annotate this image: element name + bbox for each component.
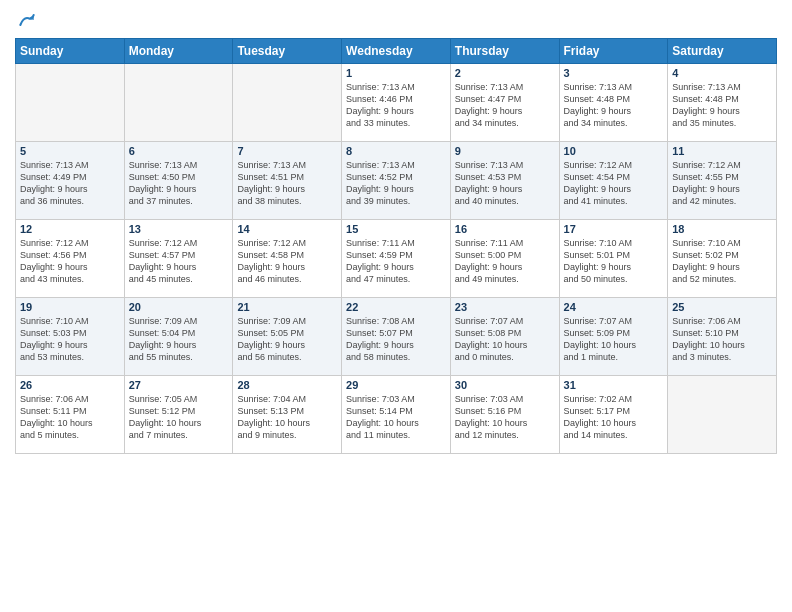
day-number: 16 xyxy=(455,223,555,235)
day-number: 5 xyxy=(20,145,120,157)
day-number: 15 xyxy=(346,223,446,235)
day-info: Sunrise: 7:11 AM Sunset: 5:00 PM Dayligh… xyxy=(455,237,555,286)
calendar-cell: 12Sunrise: 7:12 AM Sunset: 4:56 PM Dayli… xyxy=(16,220,125,298)
day-number: 18 xyxy=(672,223,772,235)
week-row-4: 19Sunrise: 7:10 AM Sunset: 5:03 PM Dayli… xyxy=(16,298,777,376)
day-number: 6 xyxy=(129,145,229,157)
calendar-cell: 26Sunrise: 7:06 AM Sunset: 5:11 PM Dayli… xyxy=(16,376,125,454)
weekday-header-saturday: Saturday xyxy=(668,39,777,64)
day-info: Sunrise: 7:11 AM Sunset: 4:59 PM Dayligh… xyxy=(346,237,446,286)
day-info: Sunrise: 7:13 AM Sunset: 4:48 PM Dayligh… xyxy=(672,81,772,130)
calendar-cell: 30Sunrise: 7:03 AM Sunset: 5:16 PM Dayli… xyxy=(450,376,559,454)
weekday-header-wednesday: Wednesday xyxy=(342,39,451,64)
day-info: Sunrise: 7:13 AM Sunset: 4:46 PM Dayligh… xyxy=(346,81,446,130)
day-info: Sunrise: 7:12 AM Sunset: 4:54 PM Dayligh… xyxy=(564,159,664,208)
week-row-3: 12Sunrise: 7:12 AM Sunset: 4:56 PM Dayli… xyxy=(16,220,777,298)
day-number: 31 xyxy=(564,379,664,391)
day-number: 19 xyxy=(20,301,120,313)
day-info: Sunrise: 7:13 AM Sunset: 4:52 PM Dayligh… xyxy=(346,159,446,208)
calendar-cell: 16Sunrise: 7:11 AM Sunset: 5:00 PM Dayli… xyxy=(450,220,559,298)
calendar-cell: 11Sunrise: 7:12 AM Sunset: 4:55 PM Dayli… xyxy=(668,142,777,220)
calendar-cell: 10Sunrise: 7:12 AM Sunset: 4:54 PM Dayli… xyxy=(559,142,668,220)
calendar-cell xyxy=(668,376,777,454)
calendar-table: SundayMondayTuesdayWednesdayThursdayFrid… xyxy=(15,38,777,454)
day-number: 3 xyxy=(564,67,664,79)
day-number: 9 xyxy=(455,145,555,157)
day-info: Sunrise: 7:13 AM Sunset: 4:51 PM Dayligh… xyxy=(237,159,337,208)
day-number: 29 xyxy=(346,379,446,391)
day-info: Sunrise: 7:13 AM Sunset: 4:49 PM Dayligh… xyxy=(20,159,120,208)
week-row-5: 26Sunrise: 7:06 AM Sunset: 5:11 PM Dayli… xyxy=(16,376,777,454)
day-number: 8 xyxy=(346,145,446,157)
day-number: 23 xyxy=(455,301,555,313)
header xyxy=(15,10,777,30)
day-number: 1 xyxy=(346,67,446,79)
day-info: Sunrise: 7:13 AM Sunset: 4:53 PM Dayligh… xyxy=(455,159,555,208)
weekday-header-monday: Monday xyxy=(124,39,233,64)
day-info: Sunrise: 7:03 AM Sunset: 5:14 PM Dayligh… xyxy=(346,393,446,442)
day-number: 2 xyxy=(455,67,555,79)
day-number: 4 xyxy=(672,67,772,79)
calendar-cell: 22Sunrise: 7:08 AM Sunset: 5:07 PM Dayli… xyxy=(342,298,451,376)
logo xyxy=(15,10,37,30)
weekday-header-friday: Friday xyxy=(559,39,668,64)
day-number: 11 xyxy=(672,145,772,157)
week-row-1: 1Sunrise: 7:13 AM Sunset: 4:46 PM Daylig… xyxy=(16,64,777,142)
logo-icon xyxy=(17,10,37,30)
calendar-cell: 31Sunrise: 7:02 AM Sunset: 5:17 PM Dayli… xyxy=(559,376,668,454)
calendar-cell: 2Sunrise: 7:13 AM Sunset: 4:47 PM Daylig… xyxy=(450,64,559,142)
weekday-header-tuesday: Tuesday xyxy=(233,39,342,64)
page: SundayMondayTuesdayWednesdayThursdayFrid… xyxy=(0,0,792,612)
day-info: Sunrise: 7:12 AM Sunset: 4:57 PM Dayligh… xyxy=(129,237,229,286)
day-info: Sunrise: 7:04 AM Sunset: 5:13 PM Dayligh… xyxy=(237,393,337,442)
day-info: Sunrise: 7:07 AM Sunset: 5:09 PM Dayligh… xyxy=(564,315,664,364)
weekday-header-thursday: Thursday xyxy=(450,39,559,64)
calendar-cell: 1Sunrise: 7:13 AM Sunset: 4:46 PM Daylig… xyxy=(342,64,451,142)
day-info: Sunrise: 7:13 AM Sunset: 4:47 PM Dayligh… xyxy=(455,81,555,130)
day-info: Sunrise: 7:12 AM Sunset: 4:58 PM Dayligh… xyxy=(237,237,337,286)
day-number: 7 xyxy=(237,145,337,157)
day-number: 20 xyxy=(129,301,229,313)
day-number: 30 xyxy=(455,379,555,391)
day-info: Sunrise: 7:09 AM Sunset: 5:04 PM Dayligh… xyxy=(129,315,229,364)
day-number: 26 xyxy=(20,379,120,391)
calendar-cell: 17Sunrise: 7:10 AM Sunset: 5:01 PM Dayli… xyxy=(559,220,668,298)
day-info: Sunrise: 7:08 AM Sunset: 5:07 PM Dayligh… xyxy=(346,315,446,364)
day-info: Sunrise: 7:10 AM Sunset: 5:03 PM Dayligh… xyxy=(20,315,120,364)
calendar-cell: 4Sunrise: 7:13 AM Sunset: 4:48 PM Daylig… xyxy=(668,64,777,142)
calendar-cell: 13Sunrise: 7:12 AM Sunset: 4:57 PM Dayli… xyxy=(124,220,233,298)
calendar-cell: 14Sunrise: 7:12 AM Sunset: 4:58 PM Dayli… xyxy=(233,220,342,298)
day-info: Sunrise: 7:13 AM Sunset: 4:48 PM Dayligh… xyxy=(564,81,664,130)
calendar-cell: 27Sunrise: 7:05 AM Sunset: 5:12 PM Dayli… xyxy=(124,376,233,454)
day-info: Sunrise: 7:02 AM Sunset: 5:17 PM Dayligh… xyxy=(564,393,664,442)
weekday-header-row: SundayMondayTuesdayWednesdayThursdayFrid… xyxy=(16,39,777,64)
calendar-cell: 19Sunrise: 7:10 AM Sunset: 5:03 PM Dayli… xyxy=(16,298,125,376)
calendar-cell xyxy=(233,64,342,142)
day-number: 25 xyxy=(672,301,772,313)
calendar-cell: 15Sunrise: 7:11 AM Sunset: 4:59 PM Dayli… xyxy=(342,220,451,298)
day-info: Sunrise: 7:12 AM Sunset: 4:55 PM Dayligh… xyxy=(672,159,772,208)
calendar-cell: 3Sunrise: 7:13 AM Sunset: 4:48 PM Daylig… xyxy=(559,64,668,142)
day-info: Sunrise: 7:06 AM Sunset: 5:11 PM Dayligh… xyxy=(20,393,120,442)
day-number: 21 xyxy=(237,301,337,313)
day-number: 10 xyxy=(564,145,664,157)
day-number: 12 xyxy=(20,223,120,235)
calendar-cell: 7Sunrise: 7:13 AM Sunset: 4:51 PM Daylig… xyxy=(233,142,342,220)
day-number: 24 xyxy=(564,301,664,313)
calendar-cell: 29Sunrise: 7:03 AM Sunset: 5:14 PM Dayli… xyxy=(342,376,451,454)
day-number: 13 xyxy=(129,223,229,235)
calendar-cell: 28Sunrise: 7:04 AM Sunset: 5:13 PM Dayli… xyxy=(233,376,342,454)
day-number: 17 xyxy=(564,223,664,235)
day-info: Sunrise: 7:10 AM Sunset: 5:01 PM Dayligh… xyxy=(564,237,664,286)
week-row-2: 5Sunrise: 7:13 AM Sunset: 4:49 PM Daylig… xyxy=(16,142,777,220)
day-number: 22 xyxy=(346,301,446,313)
calendar-cell: 20Sunrise: 7:09 AM Sunset: 5:04 PM Dayli… xyxy=(124,298,233,376)
day-info: Sunrise: 7:10 AM Sunset: 5:02 PM Dayligh… xyxy=(672,237,772,286)
calendar-cell: 24Sunrise: 7:07 AM Sunset: 5:09 PM Dayli… xyxy=(559,298,668,376)
calendar-cell: 9Sunrise: 7:13 AM Sunset: 4:53 PM Daylig… xyxy=(450,142,559,220)
day-number: 28 xyxy=(237,379,337,391)
calendar-cell xyxy=(124,64,233,142)
day-info: Sunrise: 7:09 AM Sunset: 5:05 PM Dayligh… xyxy=(237,315,337,364)
calendar-cell: 5Sunrise: 7:13 AM Sunset: 4:49 PM Daylig… xyxy=(16,142,125,220)
day-number: 27 xyxy=(129,379,229,391)
